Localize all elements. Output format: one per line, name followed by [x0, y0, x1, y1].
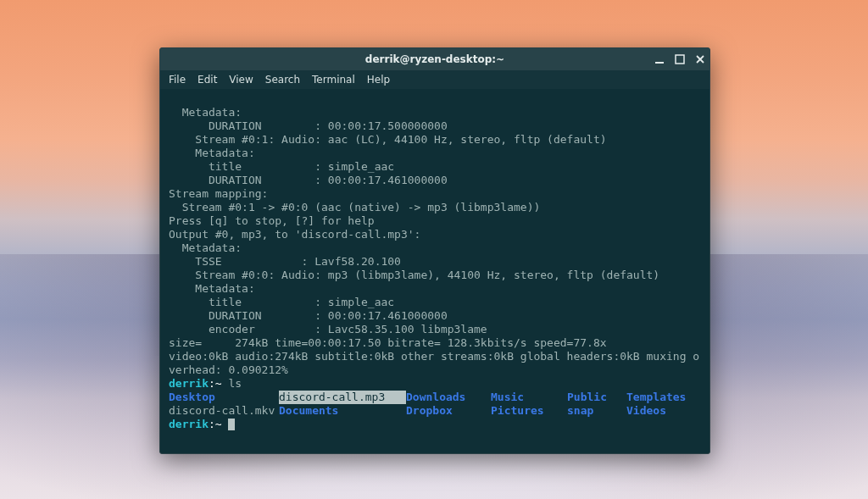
output-line: Metadata:	[169, 106, 242, 119]
minimize-button[interactable]	[654, 53, 665, 65]
output-line: Stream #0:0: Audio: mp3 (libmp3lame), 44…	[169, 269, 659, 281]
output-line: DURATION : 00:00:17.461000000	[169, 174, 448, 186]
ls-entry-snap: snap	[567, 404, 626, 418]
ls-entry-dropbox: Dropbox	[406, 404, 491, 418]
output-line: title : simple_aac	[169, 296, 394, 308]
window-titlebar[interactable]: derrik@ryzen-desktop:~	[160, 48, 709, 70]
menu-search[interactable]: Search	[265, 74, 300, 86]
output-line: Stream #0:1 -> #0:0 (aac (native) -> mp3…	[169, 201, 540, 213]
svg-rect-1	[676, 55, 684, 64]
output-line: Output #0, mp3, to 'discord-call.mp3':	[169, 228, 420, 241]
output-line: title : simple_aac	[169, 160, 394, 173]
output-line: size= 274kB time=00:00:17.50 bitrate= 12…	[169, 336, 607, 349]
output-line: Metadata:	[169, 241, 242, 254]
output-line: Stream #0:1: Audio: aac (LC), 44100 Hz, …	[169, 133, 607, 146]
ls-entry-discord-mp3-selected: discord-call.mp3	[279, 391, 406, 404]
output-line: DURATION : 00:00:17.461000000	[169, 309, 448, 322]
terminal-window: derrik@ryzen-desktop:~ File Edit View Se…	[159, 47, 710, 454]
ls-entry-pictures: Pictures	[491, 404, 567, 418]
prompt-path: :~	[209, 377, 228, 390]
ls-entry-documents: Documents	[279, 404, 406, 418]
close-button[interactable]	[694, 53, 706, 65]
ls-entry-public: Public	[567, 391, 626, 404]
output-line: verhead: 0.090212%	[169, 363, 288, 376]
menu-view[interactable]: View	[229, 74, 253, 86]
maximize-button[interactable]	[674, 53, 686, 65]
prompt-user: derrik	[169, 377, 209, 390]
menu-help[interactable]: Help	[367, 74, 390, 86]
output-line: Press [q] to stop, [?] for help	[169, 214, 375, 227]
output-line: TSSE : Lavf58.20.100	[169, 255, 401, 268]
output-line: Metadata:	[169, 282, 255, 295]
output-line: DURATION : 00:00:17.500000000	[169, 119, 448, 132]
output-line: encoder : Lavc58.35.100 libmp3lame	[169, 323, 487, 335]
output-line: Metadata:	[169, 147, 255, 159]
prompt-user: derrik	[169, 418, 209, 430]
menu-terminal[interactable]: Terminal	[312, 74, 355, 86]
ls-entry-desktop: Desktop	[169, 391, 279, 404]
prompt-path: :~	[209, 418, 228, 430]
ls-entry-discord-mkv: discord-call.mkv	[169, 404, 279, 418]
ls-entry-templates: Templates	[626, 391, 703, 404]
window-title: derrik@ryzen-desktop:~	[365, 53, 504, 65]
menubar: File Edit View Search Terminal Help	[160, 70, 709, 89]
terminal-content[interactable]: Metadata: DURATION : 00:00:17.500000000 …	[160, 89, 709, 453]
ls-entry-music: Music	[491, 391, 567, 404]
output-line: video:0kB audio:274kB subtitle:0kB other…	[169, 350, 699, 363]
output-line: Stream mapping:	[169, 187, 268, 200]
svg-rect-0	[655, 62, 664, 64]
command-text: ls	[228, 377, 242, 390]
ls-entry-downloads: Downloads	[406, 391, 491, 404]
window-controls	[654, 48, 706, 70]
terminal-cursor	[228, 419, 235, 430]
ls-entry-videos: Videos	[626, 404, 703, 418]
ls-output: Desktopdiscord-call.mp3DownloadsMusicPub…	[169, 391, 701, 418]
menu-file[interactable]: File	[169, 74, 186, 86]
menu-edit[interactable]: Edit	[198, 74, 217, 86]
